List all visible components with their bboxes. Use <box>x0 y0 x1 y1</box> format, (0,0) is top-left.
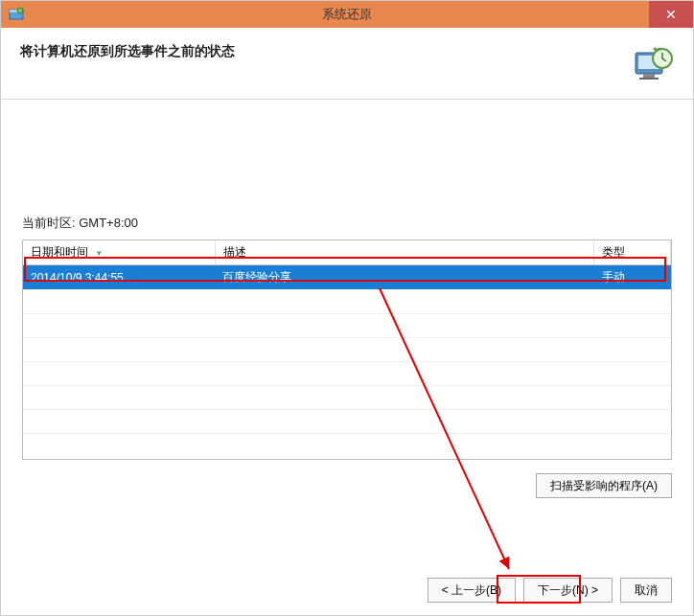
svg-marker-8 <box>653 47 657 52</box>
sort-indicator-icon: ▼ <box>95 249 103 258</box>
restore-points-table[interactable]: 日期和时间 ▼ 描述 类型 2014/10/9 3:44:55 百度经验分享 手… <box>22 240 672 460</box>
column-header-desc[interactable]: 描述 <box>215 240 594 265</box>
svg-point-2 <box>17 8 23 13</box>
timezone-label: 当前时区: GMT+8:00 <box>22 215 672 232</box>
column-header-datetime[interactable]: 日期和时间 ▼ <box>23 240 215 265</box>
window-title: 系统还原 <box>322 6 372 23</box>
column-header-type[interactable]: 类型 <box>594 240 671 265</box>
column-header-label: 日期和时间 <box>31 245 88 259</box>
cancel-button[interactable]: 取消 <box>620 578 672 603</box>
system-restore-window: 系统还原 ✕ 将计算机还原到所选事件之前的状态 当前时区: GMT+8:00 <box>0 0 694 616</box>
back-button[interactable]: < 上一步(B) <box>428 578 516 603</box>
close-icon: ✕ <box>665 7 677 22</box>
scan-affected-programs-button[interactable]: 扫描受影响的程序(A) <box>536 473 672 498</box>
wizard-footer: < 上一步(B) 下一步(N) > 取消 <box>1 565 693 615</box>
cell-desc: 百度经验分享 <box>215 265 594 290</box>
table-row <box>23 409 671 433</box>
wizard-header: 将计算机还原到所选事件之前的状态 <box>1 28 693 100</box>
next-button[interactable]: 下一步(N) > <box>523 578 613 603</box>
svg-rect-5 <box>643 74 655 78</box>
table-row <box>23 361 671 385</box>
close-button[interactable]: ✕ <box>649 1 693 28</box>
svg-rect-6 <box>639 78 659 80</box>
table-row <box>23 385 671 409</box>
wizard-content: 当前时区: GMT+8:00 日期和时间 ▼ 描述 类型 <box>1 100 693 517</box>
table-row <box>23 289 671 313</box>
table-row <box>23 337 671 361</box>
table-row[interactable]: 2014/10/9 3:44:55 百度经验分享 手动 <box>23 265 671 290</box>
table-row <box>23 313 671 337</box>
system-restore-icon <box>632 45 674 87</box>
wizard-header-title: 将计算机还原到所选事件之前的状态 <box>20 43 674 60</box>
titlebar: 系统还原 ✕ <box>1 1 693 28</box>
cell-datetime: 2014/10/9 3:44:55 <box>23 265 215 290</box>
window-icon <box>9 7 24 22</box>
cell-type: 手动 <box>594 265 671 290</box>
